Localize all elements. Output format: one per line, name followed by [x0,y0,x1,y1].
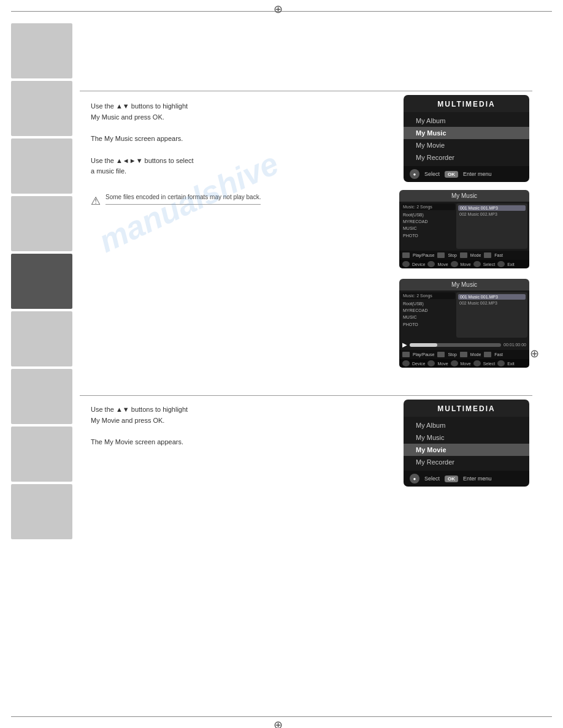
s2-line3: The My Movie screen appears. [91,437,305,448]
mm1-folder-music[interactable]: MUSIC [403,225,455,232]
sidebar-tab-5 [11,254,72,309]
mm2-folder-root[interactable]: Root(USB) [403,300,455,307]
mm2-nav-device-icon [402,360,410,366]
mm2-ctrl-fast-label[interactable]: Fast [494,352,503,357]
mm1-nav-move2[interactable]: Move [461,262,471,267]
mm2-nav-move2[interactable]: Move [461,362,471,366]
mm1-ctrl-mode-label[interactable]: Mode [470,253,481,257]
mm1-file-selected[interactable]: 001 Music 001.MP3 [458,205,526,211]
mm1-nav-move1[interactable]: Move [437,262,448,267]
mm1-ctrl-fast-icon [484,252,491,258]
mm2-progress-fill [410,343,437,347]
mm1-folder-photo[interactable]: PHOTO [403,232,455,239]
mm1-nav-move2-icon [451,261,458,267]
s1-line2: My Music and press OK. [91,112,305,123]
sidebar-tab-6 [11,311,72,366]
mp2-item-movie[interactable]: My Movie [404,444,529,456]
mm1-folder-root[interactable]: Root(USB) [403,211,455,218]
mp1-select-label: Select [424,171,440,177]
mm1-nav-move1-icon [427,261,435,267]
mm2-progress-bar: ▶ 00:01:00:00 [399,339,529,350]
mm2-file-2[interactable]: 002 Music 002.MP3 [458,301,526,305]
mm2-folder-rec[interactable]: MYRECOAD [403,307,455,314]
mm2-progress-bg[interactable] [410,343,501,347]
s2-arrow: ▲▼ [116,406,129,413]
mm2-ctrl-play-label[interactable]: Play/Pause [413,352,434,357]
mm2-ctrl-mode-label[interactable]: Mode [470,352,481,357]
mm2-nav-exit-icon [497,360,505,366]
s2-line1: Use the ▲▼ buttons to highlight [91,404,305,415]
page-border-bottom [11,716,552,717]
warning-icon: ⚠ [91,194,101,208]
mm1-header: My Music [399,190,529,202]
mp2-ok-btn[interactable]: OK [445,476,458,482]
mm1-nav-device[interactable]: Device [412,262,425,267]
mymusic-panel-1: My Music Music: 2 Songs Root(USB) MYRECO… [399,190,529,268]
mm2-ctrl-stop-label[interactable]: Stop [448,352,456,357]
mm2-folder-music[interactable]: MUSIC [403,314,455,320]
mm1-ctrl-fast-label[interactable]: Fast [494,253,503,257]
mm1-ctrl-stop-label[interactable]: Stop [448,253,456,257]
mm2-nav-move1[interactable]: Move [437,362,448,366]
mm2-ctrl-fast-icon [484,352,491,357]
mm1-nav-select-icon [473,261,481,267]
crosshair-top: ⊕ [274,2,283,16]
mm2-nav-device[interactable]: Device [412,362,425,366]
sidebar-tab-1 [11,23,72,78]
sidebar-tab-8 [11,427,72,482]
mp2-item-album[interactable]: My Album [404,419,529,431]
mm2-nav-select[interactable]: Select [483,362,495,366]
s1-line1: Use the ▲▼ buttons to highlight [91,101,305,112]
mm2-nav-move2-icon [451,360,458,366]
mm2-file-selected[interactable]: 001 Music 001.MP3 [458,294,526,300]
sidebar-tab-9 [11,484,72,539]
mp2-enter-label: Enter menu [463,476,492,482]
mm2-sub-header: Music: 2 Songs [401,292,455,299]
mp1-item-music[interactable]: My Music [404,127,529,139]
s1-line3: The My Music screen appears. [91,134,305,145]
mm1-nav-exit-icon [497,261,505,267]
mm2-ctrl-stop-icon [437,352,445,357]
mp2-select-btn[interactable]: ● [410,474,419,483]
mm1-file-2[interactable]: 002 Music 002.MP3 [458,212,526,216]
section2-text: Use the ▲▼ buttons to highlight My Movie… [91,404,305,448]
mp1-select-btn[interactable]: ● [410,169,419,179]
mp1-header: MULTIMEDIA [437,100,495,108]
mm1-right-panel: 001 Music 001.MP3 002 Music 002.MP3 [456,203,527,249]
mm1-nav-device-icon [402,261,410,267]
mm2-time: 00:01:00:00 [504,343,526,347]
divider-top [80,91,532,91]
mm2-ctrl-play-icon [402,352,410,357]
multimedia-panel-2: MULTIMEDIA My Album My Music My Movie My… [404,400,529,487]
mm1-folder-rec[interactable]: MYRECOAD [403,218,455,225]
mm2-play-icon[interactable]: ▶ [402,341,407,348]
sidebar-tab-7 [11,369,72,424]
mm2-nav-select-icon [473,360,481,366]
mp1-item-movie[interactable]: My Movie [404,139,529,151]
warning-text: Some files encoded in certain formats ma… [105,193,261,205]
mm1-ctrl-mode-icon [460,252,467,258]
mp2-item-recorder[interactable]: My Recorder [404,456,529,468]
mm2-nav-exit[interactable]: Exit [507,362,515,366]
s1-line5: a music file. [91,166,305,177]
mm2-folder-photo[interactable]: PHOTO [403,321,455,328]
mm1-ctrl-play-label[interactable]: Play/Pause [413,253,434,257]
mm1-nav-exit[interactable]: Exit [507,262,515,267]
mp1-item-recorder[interactable]: My Recorder [404,151,529,164]
s1-arrow: ▲▼ [116,102,129,110]
mm2-header: My Music [399,279,529,290]
mp1-ok-btn[interactable]: OK [445,171,458,178]
mp1-item-album[interactable]: My Album [404,115,529,127]
s1-line4: Use the ▲◄►▼ buttons to select [91,156,305,167]
mm2-ctrl-mode-icon [460,352,467,357]
mm2-nav-move1-icon [427,360,435,366]
mp2-header: MULTIMEDIA [437,404,495,413]
mp2-item-music[interactable]: My Music [404,431,529,444]
section1-text: Use the ▲▼ buttons to highlight My Music… [91,101,305,208]
mm1-sub-header: Music: 2 Songs [401,203,455,210]
sidebar-tab-3 [11,138,72,194]
crosshair-right: ⊕ [530,347,539,360]
sidebar [11,11,72,717]
mm1-ctrl-stop-icon [437,252,445,258]
mm1-nav-select[interactable]: Select [483,262,495,267]
